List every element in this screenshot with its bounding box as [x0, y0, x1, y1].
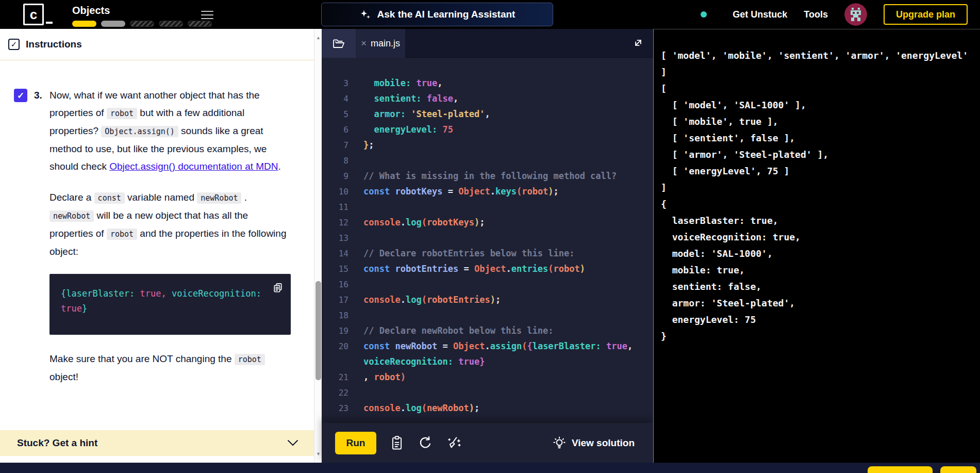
console-line: [ 'mobile', true ], [661, 113, 975, 130]
lightbulb-icon [552, 436, 567, 450]
editor-file-bar: × main.js [322, 29, 653, 58]
folder-icon [332, 37, 345, 50]
copy-code-button[interactable] [390, 435, 404, 451]
console-line: [ 'armor', 'Steel-plated' ], [661, 146, 975, 163]
console-line: [ 'sentient', false ], [661, 130, 975, 146]
get-unstuck-link[interactable]: Get Unstuck [733, 9, 787, 20]
menu-icon[interactable] [201, 8, 213, 22]
task-paragraph: Declare a const variable named newRobot … [49, 189, 291, 260]
code-line[interactable]: 22 [322, 385, 653, 400]
progress-pill-3[interactable] [130, 21, 154, 27]
console-line: } [661, 328, 975, 345]
instructions-header: ✓ Instructions [0, 29, 314, 60]
inline-code: const [94, 192, 125, 204]
view-solution-label: View solution [572, 437, 635, 449]
task-number: 3. [34, 87, 49, 399]
ai-assistant-button[interactable]: Ask the AI Learning Assistant [321, 3, 553, 26]
lesson-progress [72, 21, 212, 27]
code-line[interactable]: 5 armor: 'Steel-plated', [322, 106, 653, 122]
chevron-down-icon [287, 439, 298, 447]
footer-button-back[interactable] [868, 466, 933, 473]
code-line[interactable]: 16 [322, 276, 653, 292]
sparkles-icon [359, 8, 372, 21]
instructions-checkbox[interactable]: ✓ [8, 39, 20, 50]
code-line[interactable]: 3 mobile: true, [322, 75, 653, 91]
hint-bar[interactable]: Stuck? Get a hint [0, 430, 314, 456]
tools-link[interactable]: Tools [804, 9, 828, 20]
instructions-title: Instructions [26, 39, 82, 50]
tab-label: main.js [371, 38, 400, 49]
code-line[interactable]: 14// Declare robotEntries below this lin… [322, 246, 653, 261]
codecademy-logo[interactable]: c [23, 4, 44, 25]
inline-code: robot [107, 108, 137, 119]
code-line[interactable]: voiceRecognition: true} [322, 354, 653, 369]
run-button[interactable]: Run [335, 432, 376, 454]
clean-code-button[interactable] [446, 435, 462, 451]
footer-button-next[interactable] [940, 466, 976, 473]
header-right-cluster: Get Unstuck Tools Upgrade plan [701, 0, 968, 29]
code-editor[interactable]: 3 mobile: true,4 sentient: false,5 armor… [322, 58, 653, 423]
logo-underscore [46, 22, 53, 24]
console-line: { [661, 196, 975, 213]
code-line[interactable]: 8 [322, 153, 653, 168]
view-solution-button[interactable]: View solution [552, 436, 635, 450]
clipboard-icon [390, 435, 404, 451]
editor-toolbar: Run [322, 423, 653, 463]
instruction-item-3: ✓ 3. Now, what if we want another object… [0, 61, 314, 399]
scrollbar-thumb[interactable] [315, 281, 321, 380]
refresh-icon [418, 435, 433, 451]
code-line[interactable]: 17console.log(robotEntries); [322, 292, 653, 307]
code-line[interactable]: 15const robotEntries = Object.entries(ro… [322, 261, 653, 276]
tab-main-js[interactable]: × main.js [356, 29, 405, 58]
console-line: sentient: false, [661, 279, 975, 295]
instructions-scrollbar[interactable]: ▲ ▼ [314, 29, 322, 463]
instructions-panel: ✓ Instructions ✓ 3. Now, what if we want… [0, 29, 322, 463]
instructions-body: ✓ 3. Now, what if we want another object… [0, 61, 314, 430]
file-tree-button[interactable] [322, 29, 356, 58]
ai-assistant-label: Ask the AI Learning Assistant [377, 9, 516, 20]
code-line[interactable]: 6 energyLevel: 75 [322, 122, 653, 137]
console-line: [ 'energyLevel', 75 ] [661, 163, 975, 180]
code-line[interactable]: 7}; [322, 137, 653, 153]
scroll-down-icon[interactable]: ▼ [314, 451, 322, 456]
code-line[interactable]: 23console.log(newRobot); [322, 400, 653, 416]
code-line[interactable]: 13 [322, 230, 653, 246]
console-line: ] [661, 64, 975, 80]
logo-letter: c [30, 7, 37, 23]
code-line[interactable]: 9// What is missing in the following met… [322, 168, 653, 184]
progress-pill-1[interactable] [72, 21, 96, 27]
progress-pill-2[interactable] [101, 21, 125, 27]
code-line[interactable]: 10const robotKeys = Object.keys(robot); [322, 184, 653, 199]
code-line[interactable]: 19// Declare newRobot below this line: [322, 323, 653, 338]
bottom-bar [0, 463, 980, 473]
codecademy-lesson-page: c Objects Ask the AI Learning Assistant … [0, 0, 980, 473]
console-line: [ 'model', 'SAL-1000' ], [661, 97, 975, 113]
progress-pill-4[interactable] [159, 21, 183, 27]
console-line: laserBlaster: true, [661, 213, 975, 229]
console-line: mobile: true, [661, 262, 975, 279]
expand-editor-icon[interactable] [632, 36, 645, 50]
console-line: voiceRecognition: true, [661, 229, 975, 246]
console-output-panel: [ 'model', 'mobile', 'sentient', 'armor'… [654, 29, 980, 463]
code-line[interactable]: 18 [322, 307, 653, 323]
code-line[interactable]: 21, robot) [322, 369, 653, 385]
code-line[interactable]: 4 sentient: false, [322, 91, 653, 106]
top-nav-bar: c Objects Ask the AI Learning Assistant … [0, 0, 980, 29]
inline-code: robot [235, 354, 265, 365]
avatar[interactable] [844, 3, 867, 26]
upgrade-plan-button[interactable]: Upgrade plan [884, 4, 968, 25]
inline-code: Object.assign() [101, 126, 178, 137]
console-line: energyLevel: 75 [661, 312, 975, 328]
mdn-doc-link[interactable]: Object.assign() documentation at MDN [109, 161, 278, 172]
copy-code-icon[interactable] [272, 282, 284, 293]
lesson-title: Objects [72, 5, 110, 17]
code-line[interactable]: 11 [322, 199, 653, 215]
console-line: [ 'model', 'mobile', 'sentient', 'armor'… [661, 47, 975, 64]
close-icon[interactable]: × [361, 38, 367, 49]
task-checkbox[interactable]: ✓ [14, 89, 27, 102]
code-line[interactable]: 20const newRobot = Object.assign({laserB… [322, 338, 653, 354]
console-line: armor: 'Steel-plated', [661, 295, 975, 312]
scroll-up-icon[interactable]: ▲ [314, 35, 322, 40]
reset-code-button[interactable] [418, 435, 433, 451]
code-line[interactable]: 12console.log(robotKeys); [322, 215, 653, 230]
